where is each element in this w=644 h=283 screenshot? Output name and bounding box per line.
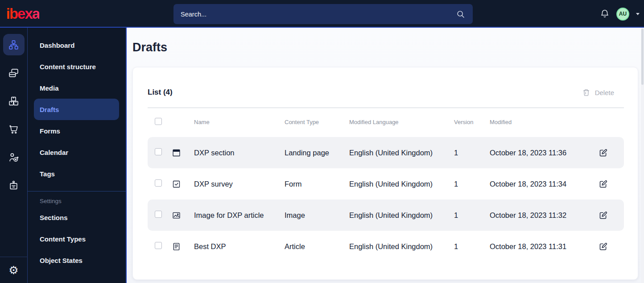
cell-version: 1 xyxy=(451,180,487,188)
sidebar-item-object-states[interactable]: Object States xyxy=(34,250,119,271)
chevron-down-icon xyxy=(636,13,640,15)
edit-button[interactable] xyxy=(599,211,608,220)
sidebar-item-content-types[interactable]: Content Types xyxy=(34,228,119,250)
cell-name: Best DXP xyxy=(190,242,281,251)
cell-content-type: Image xyxy=(281,211,346,220)
trash-icon xyxy=(582,88,590,97)
avatar[interactable]: AU xyxy=(616,8,629,21)
cell-content-type: Article xyxy=(281,242,346,251)
cell-modified: October 18, 2023 11:31 xyxy=(487,242,594,251)
cell-modified: October 18, 2023 11:36 xyxy=(487,149,594,157)
user-menu-button[interactable] xyxy=(636,13,640,15)
edit-icon xyxy=(599,242,608,251)
ibexa-logo[interactable]: ibexa xyxy=(6,5,39,23)
row-checkbox[interactable] xyxy=(155,148,162,155)
table-row: Image for DXP article Image English (Uni… xyxy=(148,200,624,231)
edit-icon xyxy=(599,211,608,220)
drafts-table: Name Content Type Modified Language Vers… xyxy=(148,108,624,262)
row-checkbox[interactable] xyxy=(155,242,162,249)
table-header: Name Content Type Modified Language Vers… xyxy=(148,108,624,137)
sidebar-item-drafts[interactable]: Drafts xyxy=(34,99,119,120)
sidebar-menu: Dashboard Content structure Media Drafts… xyxy=(28,28,127,283)
table-row: DXP section Landing page English (United… xyxy=(148,137,624,168)
rail-item-pages[interactable] xyxy=(3,62,25,83)
sidebar-item-calendar[interactable]: Calendar xyxy=(34,142,119,163)
settings-section-label: Settings xyxy=(40,198,126,204)
sidebar-item-media[interactable]: Media xyxy=(34,77,119,99)
edit-icon xyxy=(599,179,608,189)
icon-rail: ⚙ xyxy=(0,28,28,283)
cell-version: 1 xyxy=(451,149,487,157)
page-title: Drafts xyxy=(132,39,638,55)
delete-label: Delete xyxy=(595,89,614,96)
rail-settings-section: ⚙ xyxy=(0,257,28,283)
bell-icon xyxy=(600,9,610,19)
delete-button[interactable]: Delete xyxy=(582,88,614,97)
col-header-modified-language: Modified Language xyxy=(346,119,451,125)
drafts-panel: List (4) Delete Name Content Type xyxy=(132,67,638,280)
select-all-checkbox[interactable] xyxy=(155,118,162,125)
scrollbar-thumb[interactable] xyxy=(641,29,644,85)
rail-item-products[interactable] xyxy=(3,90,25,112)
image-icon xyxy=(172,211,181,220)
cell-name: DXP section xyxy=(190,149,281,157)
list-title: List (4) xyxy=(148,88,173,97)
cell-name: DXP survey xyxy=(190,180,281,188)
sidebar-item-tags[interactable]: Tags xyxy=(34,163,119,184)
table-row: Best DXP Article English (United Kingdom… xyxy=(148,231,624,262)
sidebar-item-forms[interactable]: Forms xyxy=(34,120,119,142)
customer-target-icon xyxy=(8,152,19,163)
rail-item-commerce[interactable] xyxy=(3,118,25,140)
rail-item-customers[interactable] xyxy=(3,146,25,168)
cell-modified-language: English (United Kingdom) xyxy=(346,180,451,188)
shopping-cart-icon xyxy=(8,124,19,135)
topbar: ibexa AU xyxy=(0,0,644,28)
menu-divider xyxy=(28,191,126,191)
cell-modified-language: English (United Kingdom) xyxy=(346,242,451,251)
cell-name: Image for DXP article xyxy=(190,211,281,220)
edit-button[interactable] xyxy=(599,242,608,251)
sidebar-item-content-structure[interactable]: Content structure xyxy=(34,56,119,77)
product-boxes-icon xyxy=(8,96,19,107)
edit-icon xyxy=(599,148,608,158)
gear-icon: ⚙ xyxy=(8,265,18,276)
form-icon xyxy=(172,179,181,189)
cell-modified-language: English (United Kingdom) xyxy=(346,211,451,220)
id-badge-icon xyxy=(8,180,19,191)
article-icon xyxy=(172,242,181,251)
table-row: DXP survey Form English (United Kingdom)… xyxy=(148,168,624,200)
scrollbar[interactable] xyxy=(641,28,644,283)
sidebar-item-dashboard[interactable]: Dashboard xyxy=(34,34,119,56)
cell-version: 1 xyxy=(451,242,487,251)
cell-modified: October 18, 2023 11:34 xyxy=(487,180,594,188)
sidebar-item-sections[interactable]: Sections xyxy=(34,207,119,228)
cell-modified: October 18, 2023 11:32 xyxy=(487,211,594,220)
global-search[interactable] xyxy=(173,4,473,24)
row-checkbox[interactable] xyxy=(155,179,162,187)
search-icon xyxy=(456,9,466,19)
edit-button[interactable] xyxy=(599,179,608,189)
cell-content-type: Form xyxy=(281,180,346,188)
search-input[interactable] xyxy=(181,11,456,18)
notifications-button[interactable] xyxy=(600,9,610,19)
rail-item-settings[interactable]: ⚙ xyxy=(3,259,25,281)
cell-modified-language: English (United Kingdom) xyxy=(346,149,451,157)
edit-button[interactable] xyxy=(599,148,608,158)
page-stack-icon xyxy=(8,67,19,79)
col-header-version: Version xyxy=(451,119,487,125)
col-header-content-type: Content Type xyxy=(281,119,346,125)
main-content: Drafts List (4) Delete Name xyxy=(127,28,644,283)
landing-page-icon xyxy=(172,148,181,158)
col-header-name: Name xyxy=(190,119,281,125)
rail-item-admin[interactable] xyxy=(3,175,25,196)
row-checkbox[interactable] xyxy=(155,211,162,218)
content-tree-icon xyxy=(8,39,19,50)
col-header-modified: Modified xyxy=(487,119,594,125)
cell-content-type: Landing page xyxy=(281,149,346,157)
cell-version: 1 xyxy=(451,211,487,220)
rail-item-content[interactable] xyxy=(3,34,25,55)
